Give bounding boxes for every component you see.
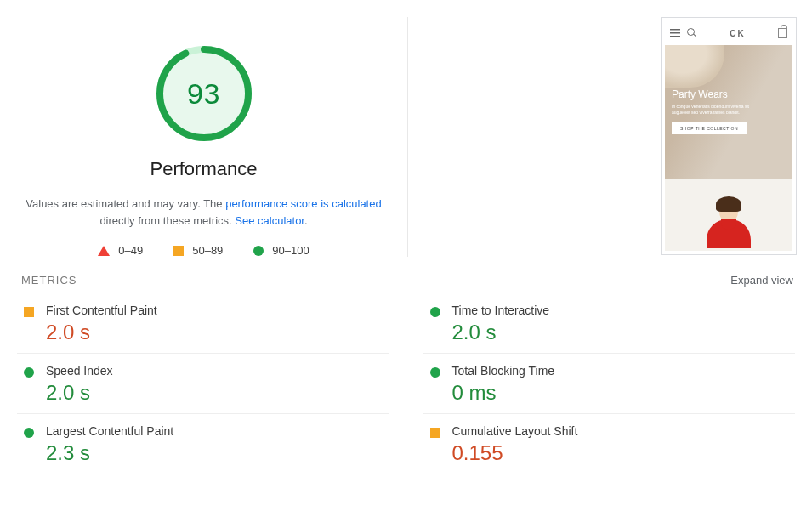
square-icon xyxy=(430,428,440,438)
mock-sweater xyxy=(707,219,751,248)
metric-row: Total Blocking Time0 ms xyxy=(423,353,796,413)
metric-row: Cumulative Layout Shift0.155 xyxy=(423,413,796,474)
legend-avg-label: 50–89 xyxy=(192,244,223,257)
circle-icon xyxy=(253,246,264,256)
page-screenshot: CK Party Wears In congue venenatis biben… xyxy=(661,17,797,255)
metric-value: 2.0 s xyxy=(46,321,157,344)
square-icon xyxy=(173,246,184,256)
bag-icon xyxy=(778,28,787,38)
metric-name: Total Blocking Time xyxy=(452,364,555,378)
metric-value: 2.0 s xyxy=(46,381,113,405)
circle-icon xyxy=(430,367,440,378)
metrics-header: METRICS Expand view xyxy=(0,264,812,293)
legend-avg: 50–89 xyxy=(173,244,223,257)
desc-text: Values are estimated and may vary. The xyxy=(26,197,225,210)
desc-text-2: directly from these metrics. xyxy=(99,214,235,227)
performance-gauge: 93 xyxy=(153,43,255,145)
mock-logo: CK xyxy=(704,29,771,38)
circle-icon xyxy=(430,307,440,317)
see-calculator-link[interactable]: See calculator xyxy=(235,214,304,227)
metric-row: Speed Index2.0 s xyxy=(17,353,389,413)
hamburger-icon xyxy=(670,29,680,37)
legend-fail-label: 0–49 xyxy=(118,244,143,257)
metric-value: 0 ms xyxy=(452,381,555,405)
mock-heading: Party Wears xyxy=(672,88,786,100)
metric-name: First Contentful Paint xyxy=(46,304,157,317)
metric-name: Cumulative Layout Shift xyxy=(452,424,578,438)
triangle-icon xyxy=(98,246,110,256)
score-panel: 93 Performance Values are estimated and … xyxy=(0,17,408,257)
mock-collar xyxy=(721,219,736,230)
mock-cta: SHOP THE COLLECTION xyxy=(672,122,747,134)
legend-pass: 90–100 xyxy=(253,244,309,257)
metric-name: Largest Contentful Paint xyxy=(46,424,173,438)
metric-row: First Contentful Paint2.0 s xyxy=(17,293,389,353)
mock-figure-2 xyxy=(703,200,754,251)
square-icon xyxy=(24,307,34,317)
circle-icon xyxy=(24,367,34,378)
search-icon xyxy=(687,28,697,38)
metric-name: Time to Interactive xyxy=(452,304,550,317)
metrics-title: METRICS xyxy=(21,274,77,287)
legend-fail: 0–49 xyxy=(98,244,143,257)
mock-hero-1: Party Wears In congue venenatis bibendum… xyxy=(665,45,792,179)
gauge-label: Performance xyxy=(150,158,258,180)
phone-mock: CK Party Wears In congue venenatis biben… xyxy=(665,21,792,251)
metric-value: 2.0 s xyxy=(452,321,550,344)
mock-hero-2 xyxy=(665,179,792,251)
score-legend: 0–49 50–89 90–100 xyxy=(98,244,309,257)
metric-value: 2.3 s xyxy=(46,441,173,465)
mock-hair xyxy=(716,196,741,212)
summary-section: 93 Performance Values are estimated and … xyxy=(0,0,812,257)
metric-row: Largest Contentful Paint2.3 s xyxy=(17,413,389,474)
expand-view-button[interactable]: Expand view xyxy=(730,274,793,287)
circle-icon xyxy=(24,428,34,438)
metric-row: Time to Interactive2.0 s xyxy=(423,293,796,353)
mock-header: CK xyxy=(665,21,792,45)
score-description: Values are estimated and may vary. The p… xyxy=(26,196,383,229)
legend-pass-label: 90–100 xyxy=(272,244,309,257)
metrics-grid: First Contentful Paint2.0 sTime to Inter… xyxy=(0,293,812,474)
gauge-score: 93 xyxy=(153,43,255,145)
mock-subtext: In congue venenatis bibendum viverra sit… xyxy=(672,104,757,116)
mock-figure-1 xyxy=(665,45,724,88)
metric-name: Speed Index xyxy=(46,364,113,378)
score-calc-link[interactable]: performance score is calculated xyxy=(225,197,382,210)
metric-value: 0.155 xyxy=(452,441,578,465)
